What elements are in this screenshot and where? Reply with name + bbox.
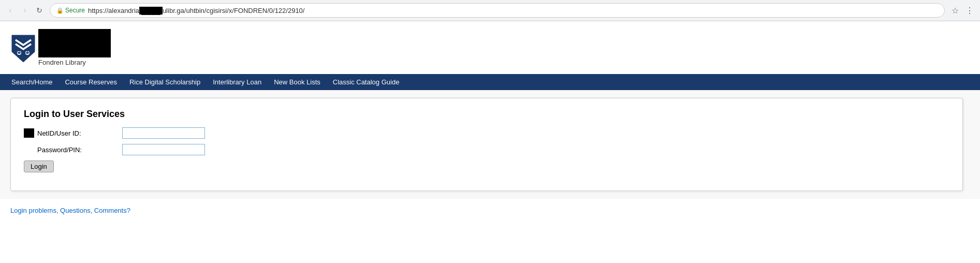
lock-icon: 🔒 <box>56 7 64 14</box>
login-title: Login to User Services <box>24 109 949 120</box>
site-header: Fondren Library <box>0 21 980 74</box>
svg-point-6 <box>26 51 27 52</box>
logo-container: Fondren Library <box>10 29 111 66</box>
netid-row: NetID/User ID: <box>24 127 949 139</box>
menu-button[interactable]: ⋮ <box>963 4 976 17</box>
login-box: Login to User Services NetID/User ID: Pa… <box>10 98 963 191</box>
bookmark-button[interactable]: ☆ <box>949 4 961 17</box>
page-content: Fondren Library Search/Home Course Reser… <box>0 21 980 263</box>
nav-list: Search/Home Course Reserves Rice Digital… <box>0 74 980 90</box>
url-redacted: ████ <box>139 7 163 14</box>
svg-point-5 <box>20 51 21 52</box>
secure-indicator: 🔒 Secure <box>56 7 85 14</box>
shield-logo <box>10 34 36 62</box>
nav-buttons: ‹ › ↻ <box>4 4 46 17</box>
svg-point-2 <box>18 51 21 54</box>
nav-link-classic-catalog[interactable]: Classic Catalog Guide <box>327 74 406 90</box>
login-button[interactable]: Login <box>24 160 54 172</box>
password-row: Password/PIN: <box>24 144 949 155</box>
nav-link-rice-digital[interactable]: Rice Digital Scholarship <box>123 74 207 90</box>
netid-icon <box>24 128 34 138</box>
back-button[interactable]: ‹ <box>4 4 17 17</box>
address-bar[interactable]: 🔒 Secure https://alexandria████ulibr.ga/… <box>50 3 945 18</box>
browser-chrome: ‹ › ↻ 🔒 Secure https://alexandria████uli… <box>0 0 980 21</box>
svg-point-7 <box>28 51 29 52</box>
password-input[interactable] <box>122 144 205 155</box>
button-row: Login <box>24 160 949 172</box>
svg-point-4 <box>18 51 19 52</box>
library-name: Fondren Library <box>38 59 111 66</box>
nav-link-course-reserves[interactable]: Course Reserves <box>58 74 123 90</box>
nav-item-interlibrary: Interlibrary Loan <box>207 74 268 90</box>
nav-link-search[interactable]: Search/Home <box>5 74 58 90</box>
footer-link[interactable]: Login problems, Questions, Comments? <box>10 207 130 214</box>
logo-image-redacted <box>38 29 111 57</box>
netid-label: NetID/User ID: <box>37 129 81 137</box>
nav-link-new-book-lists[interactable]: New Book Lists <box>268 74 327 90</box>
main-navigation: Search/Home Course Reserves Rice Digital… <box>0 74 980 90</box>
secure-label: Secure <box>65 7 85 14</box>
svg-point-3 <box>26 51 29 54</box>
netid-input[interactable] <box>122 127 205 139</box>
browser-toolbar: ‹ › ↻ 🔒 Secure https://alexandria████uli… <box>0 0 980 21</box>
reload-button[interactable]: ↻ <box>33 4 46 17</box>
nav-link-interlibrary[interactable]: Interlibrary Loan <box>207 74 268 90</box>
logo-text-block: Fondren Library <box>38 29 111 66</box>
nav-item-new-book-lists: New Book Lists <box>268 74 327 90</box>
browser-actions: ☆ ⋮ <box>949 4 976 17</box>
nav-item-search: Search/Home <box>5 74 58 90</box>
nav-item-classic-catalog: Classic Catalog Guide <box>327 74 406 90</box>
page-footer: Login problems, Questions, Comments? <box>0 199 980 222</box>
password-label: Password/PIN: <box>24 146 117 154</box>
forward-button[interactable]: › <box>19 4 31 17</box>
main-content: Login to User Services NetID/User ID: Pa… <box>0 90 980 199</box>
nav-item-rice-digital: Rice Digital Scholarship <box>123 74 207 90</box>
nav-item-course-reserves: Course Reserves <box>58 74 123 90</box>
netid-label-group: NetID/User ID: <box>24 128 117 138</box>
url-text: https://alexandria████ulibr.ga/uhtbin/cg… <box>88 7 938 14</box>
